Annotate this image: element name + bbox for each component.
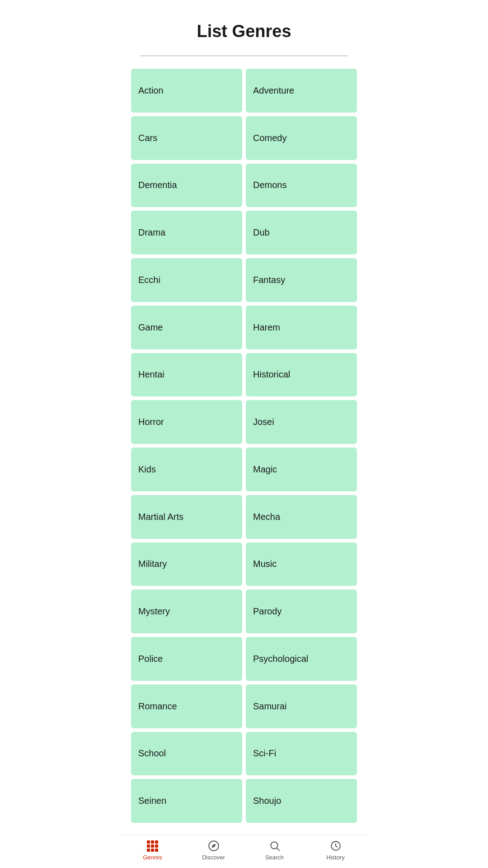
nav-label-discover: Discover [202,854,225,861]
genre-item-mystery[interactable]: Mystery [131,590,242,633]
genre-item-drama[interactable]: Drama [131,211,242,255]
genre-item-cars[interactable]: Cars [131,116,242,160]
genre-item-horror[interactable]: Horror [131,400,242,444]
genre-item-parody[interactable]: Parody [246,590,357,633]
genre-item-demons[interactable]: Demons [246,164,357,208]
genre-item-military[interactable]: Military [131,542,242,586]
genre-item-magic[interactable]: Magic [246,448,357,491]
genre-item-mecha[interactable]: Mecha [246,495,357,539]
nav-label-genres: Genres [143,854,162,861]
discover-icon [207,840,220,852]
page-title: List Genres [131,22,357,41]
genre-item-ecchi[interactable]: Ecchi [131,258,242,302]
nav-label-search: Search [265,854,284,861]
svg-point-2 [271,842,277,849]
genre-item-seinen[interactable]: Seinen [131,779,242,823]
genre-item-fantasy[interactable]: Fantasy [246,258,357,302]
page-header: List Genres [122,0,366,52]
search-icon [268,840,281,852]
nav-item-history[interactable]: History [305,840,366,861]
nav-item-search[interactable]: Search [244,840,305,861]
genre-item-sci-fi[interactable]: Sci-Fi [246,732,357,776]
genre-item-kids[interactable]: Kids [131,448,242,491]
genre-item-samurai[interactable]: Samurai [246,684,357,728]
genre-item-psychological[interactable]: Psychological [246,637,357,681]
nav-item-discover[interactable]: Discover [183,840,244,861]
genre-item-game[interactable]: Game [131,306,242,349]
genre-item-hentai[interactable]: Hentai [131,353,242,397]
genre-grid: ActionAdventureCarsComedyDementiaDemonsD… [122,65,366,868]
history-icon [329,840,342,852]
svg-marker-1 [211,844,216,848]
genre-item-action[interactable]: Action [131,69,242,113]
genre-item-martial-arts[interactable]: Martial Arts [131,495,242,539]
genre-item-adventure[interactable]: Adventure [246,69,357,113]
genre-item-school[interactable]: School [131,732,242,776]
genre-item-romance[interactable]: Romance [131,684,242,728]
genre-item-shoujo[interactable]: Shoujo [246,779,357,823]
nav-item-genres[interactable]: Genres [122,840,183,861]
genre-item-dementia[interactable]: Dementia [131,164,242,208]
genre-item-music[interactable]: Music [246,542,357,586]
nav-label-history: History [326,854,344,861]
genre-item-comedy[interactable]: Comedy [246,116,357,160]
genres-icon [146,840,159,852]
genre-item-harem[interactable]: Harem [246,306,357,349]
svg-line-3 [277,848,279,851]
genre-item-historical[interactable]: Historical [246,353,357,397]
genre-item-josei[interactable]: Josei [246,400,357,444]
genre-item-police[interactable]: Police [131,637,242,681]
genre-item-dub[interactable]: Dub [246,211,357,255]
bottom-nav: Genres Discover Search History [122,835,366,868]
divider [140,56,348,56]
